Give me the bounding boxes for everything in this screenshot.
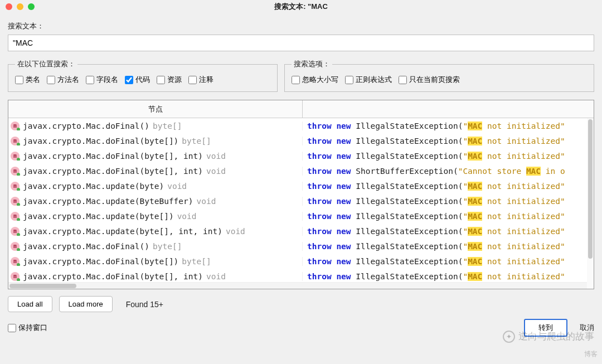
load-all-button[interactable]: Load all <box>8 296 52 312</box>
code-snippet: throw new IllegalStateException("MAC not… <box>303 152 594 161</box>
code-snippet: throw new IllegalStateException("MAC not… <box>303 197 594 206</box>
method-icon: m <box>11 197 20 206</box>
maximize-icon[interactable] <box>28 3 35 10</box>
table-row[interactable]: mjavax.crypto.Mac.update(byte[], int, in… <box>8 224 594 239</box>
close-icon[interactable] <box>6 3 12 10</box>
table-row[interactable]: mjavax.crypto.Mac.doFinal(byte[], int) v… <box>8 163 594 178</box>
method-signature: javax.crypto.Mac.update(ByteBuffer) <box>23 197 193 206</box>
code-snippet: throw new IllegalStateException("MAC not… <box>303 272 594 281</box>
return-type: byte[] <box>182 257 211 266</box>
return-type: void <box>206 152 226 161</box>
return-type: byte[] <box>153 122 182 130</box>
method-signature: javax.crypto.Mac.update(byte) <box>23 182 164 191</box>
code-snippet: throw new IllegalStateException("MAC not… <box>303 122 594 130</box>
search-input[interactable] <box>8 35 594 51</box>
method-icon: m <box>11 272 20 281</box>
method-icon: m <box>11 137 20 145</box>
method-icon: m <box>11 167 20 176</box>
method-signature: javax.crypto.Mac.doFinal(byte[], int) <box>23 167 203 176</box>
table-row[interactable]: mjavax.crypto.Mac.doFinal() byte[]throw … <box>8 239 594 254</box>
method-icon: m <box>11 152 20 161</box>
search-text-label: 搜索文本： <box>8 21 594 31</box>
code-snippet: throw new IllegalStateException("MAC not… <box>303 227 594 236</box>
table-row[interactable]: mjavax.crypto.Mac.doFinal(byte[], int) v… <box>8 269 594 284</box>
scope-checkbox[interactable]: 资源 <box>157 75 182 85</box>
scope-legend: 在以下位置搜索： <box>15 59 77 69</box>
method-icon: m <box>11 122 20 130</box>
blog-watermark: 博客 <box>584 350 598 359</box>
return-type: void <box>206 272 226 281</box>
code-snippet: throw new IllegalStateException("MAC not… <box>303 137 594 145</box>
results-footer: Load all Load more Found 15+ <box>0 289 602 319</box>
table-row[interactable]: mjavax.crypto.Mac.update(ByteBuffer) voi… <box>8 193 594 208</box>
scope-checkbox[interactable]: 注释 <box>188 75 213 85</box>
goto-button[interactable]: 转到 <box>524 319 567 337</box>
column-header-node[interactable]: 节点 <box>8 100 303 118</box>
scope-checkbox[interactable]: 代码 <box>125 75 150 85</box>
return-type: void <box>167 182 187 191</box>
return-type: byte[] <box>153 242 182 251</box>
method-signature: javax.crypto.Mac.doFinal(byte[], int) <box>23 152 203 161</box>
method-signature: javax.crypto.Mac.doFinal(byte[]) <box>23 137 178 145</box>
horizontal-scrollbar[interactable] <box>8 282 587 289</box>
minimize-icon[interactable] <box>17 3 23 10</box>
method-signature: javax.crypto.Mac.doFinal() <box>23 122 149 130</box>
return-type: void <box>226 227 245 236</box>
table-row[interactable]: mjavax.crypto.Mac.doFinal() byte[]throw … <box>8 118 594 133</box>
table-row[interactable]: mjavax.crypto.Mac.doFinal(byte[]) byte[]… <box>8 133 594 148</box>
load-more-button[interactable]: Load more <box>59 296 113 312</box>
vertical-scrollbar[interactable] <box>587 118 594 289</box>
column-header-code[interactable] <box>303 100 594 118</box>
return-type: void <box>197 197 216 206</box>
code-snippet: throw new IllegalStateException("MAC not… <box>303 242 594 251</box>
return-type: void <box>206 167 226 176</box>
scope-checkbox[interactable]: 方法名 <box>47 75 79 85</box>
option-checkbox[interactable]: 正则表达式 <box>345 75 392 85</box>
method-icon: m <box>11 257 20 266</box>
results-table: 节点 mjavax.crypto.Mac.doFinal() byte[]thr… <box>8 100 594 289</box>
keep-window-label: 保持窗口 <box>18 323 47 333</box>
method-signature: javax.crypto.Mac.doFinal(byte[]) <box>23 257 178 266</box>
keep-window-checkbox[interactable]: 保持窗口 <box>8 323 47 333</box>
titlebar: 搜索文本: "MAC <box>0 0 602 13</box>
results-header: 节点 <box>8 100 594 118</box>
method-icon: m <box>11 212 20 221</box>
table-row[interactable]: mjavax.crypto.Mac.update(byte) voidthrow… <box>8 178 594 193</box>
scope-checkbox[interactable]: 类名 <box>15 75 40 85</box>
code-snippet: throw new ShortBufferException("Cannot s… <box>303 167 594 176</box>
code-snippet: throw new IllegalStateException("MAC not… <box>303 212 594 221</box>
window-controls <box>6 3 35 10</box>
method-icon: m <box>11 227 20 236</box>
scope-checkbox[interactable]: 字段名 <box>86 75 118 85</box>
window-title: 搜索文本: "MAC <box>4 2 598 12</box>
option-checkbox[interactable]: 忽略大小写 <box>292 75 338 85</box>
method-signature: javax.crypto.Mac.doFinal() <box>23 242 149 251</box>
table-row[interactable]: mjavax.crypto.Mac.doFinal(byte[], int) v… <box>8 148 594 163</box>
method-signature: javax.crypto.Mac.update(byte[], int, int… <box>23 227 222 236</box>
search-options-group: 搜索选项： 忽略大小写正则表达式只在当前页搜索 <box>284 59 594 92</box>
method-signature: javax.crypto.Mac.doFinal(byte[], int) <box>23 272 203 281</box>
search-scope-group: 在以下位置搜索： 类名方法名字段名代码资源注释 <box>8 59 278 92</box>
table-row[interactable]: mjavax.crypto.Mac.update(byte[]) voidthr… <box>8 208 594 224</box>
code-snippet: throw new IllegalStateException("MAC not… <box>303 182 594 191</box>
found-count-label: Found 15+ <box>126 300 163 309</box>
return-type: void <box>177 212 197 221</box>
method-icon: m <box>11 242 20 251</box>
option-checkbox[interactable]: 只在当前页搜索 <box>399 75 460 85</box>
cancel-button[interactable]: 取消 <box>580 323 594 333</box>
table-row[interactable]: mjavax.crypto.Mac.doFinal(byte[]) byte[]… <box>8 254 594 269</box>
return-type: byte[] <box>182 137 211 145</box>
method-signature: javax.crypto.Mac.update(byte[]) <box>23 212 174 221</box>
code-snippet: throw new IllegalStateException("MAC not… <box>303 257 594 266</box>
options-legend: 搜索选项： <box>292 59 332 69</box>
method-icon: m <box>11 182 20 191</box>
